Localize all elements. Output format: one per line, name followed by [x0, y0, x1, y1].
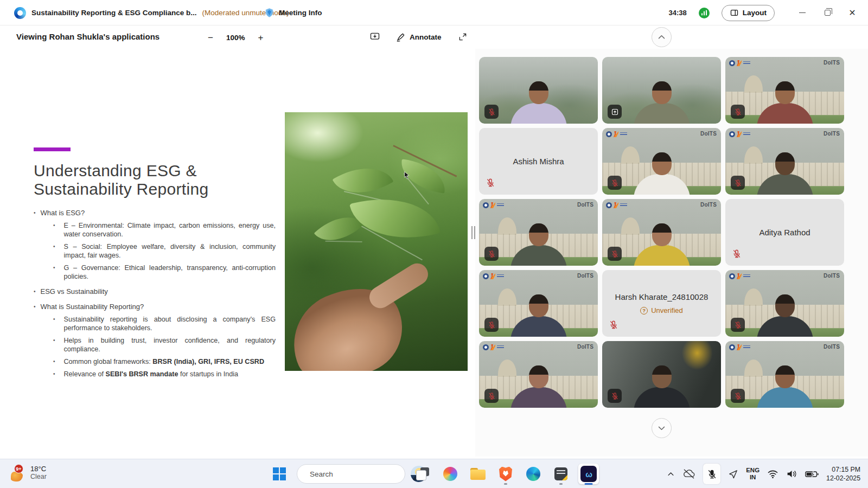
- person-head: [652, 365, 672, 388]
- slide-bullet: •Helps in building trust, investor confi…: [34, 336, 276, 354]
- webex-taskbar-button[interactable]: ω: [578, 464, 599, 484]
- unverified-label: Unverified: [651, 306, 683, 314]
- iit-emblem-icon: [483, 202, 489, 208]
- file-explorer-icon: [470, 468, 486, 480]
- tray-microphone-muted-button[interactable]: [703, 464, 720, 484]
- participant-tile[interactable]: DoITS: [725, 270, 844, 337]
- iit-175-mark-icon: [737, 273, 742, 279]
- start-button[interactable]: [269, 464, 290, 484]
- participant-tile[interactable]: DoITS: [479, 341, 598, 408]
- location-arrow-icon: [728, 469, 738, 479]
- slide-bullet: •E – Environmental: Climate impact, carb…: [34, 221, 276, 239]
- bullet-dot: •: [34, 209, 36, 217]
- close-button[interactable]: ✕: [842, 4, 863, 22]
- brave-icon: [499, 467, 512, 481]
- brave-browser-button[interactable]: [495, 464, 516, 484]
- mic-muted-icon: [734, 321, 742, 329]
- taskbar-search-box[interactable]: [297, 464, 405, 484]
- panel-resize-handle[interactable]: [471, 226, 475, 239]
- participant-tile[interactable]: Harsh Kharate_24810028?Unverified: [602, 270, 721, 337]
- windows-taskbar: 9+ 18°C Clear ω: [0, 459, 868, 488]
- zoom-level-value[interactable]: 100%: [226, 34, 245, 42]
- slide-bullet: •Common global frameworks: BRSR (India),…: [34, 357, 276, 366]
- iit-logo-text-block: [743, 132, 750, 136]
- iit-logo-text-block: [620, 132, 627, 136]
- annotate-button[interactable]: Annotate: [396, 32, 442, 42]
- mic-muted-indicator: [486, 178, 495, 190]
- onedrive-status-button[interactable]: [682, 468, 695, 479]
- copilot-button[interactable]: [440, 464, 461, 484]
- bullet-text: G – Governance: Ethical leadership, tran…: [64, 264, 276, 281]
- connection-quality-icon[interactable]: [699, 8, 710, 18]
- participant-tile[interactable]: DoITS: [602, 199, 721, 266]
- slide-bullet: •What is ESG?: [34, 209, 276, 217]
- bullet-text: S – Social: Employee welfare, diversity …: [64, 242, 276, 260]
- mic-muted-icon: [611, 179, 619, 187]
- volume-button[interactable]: [786, 469, 797, 479]
- participant-tile[interactable]: DoITS: [725, 57, 844, 124]
- battery-button[interactable]: [805, 470, 819, 478]
- participant-tile[interactable]: DoITS: [602, 128, 721, 195]
- participant-tile[interactable]: Aditya Rathod: [725, 199, 844, 266]
- bullet-text: What is Sustainability Reporting?: [41, 303, 276, 311]
- clock-widget[interactable]: 07:15 PM 12-02-2025: [826, 465, 860, 483]
- meeting-info-button[interactable]: Meeting Info: [264, 0, 322, 25]
- bullet-text: Sustainability reporting is about disclo…: [64, 315, 276, 332]
- person-head: [775, 294, 795, 317]
- slide-bullet: •Relevance of SEBI's BRSR mandate for st…: [34, 370, 276, 378]
- iit-emblem-icon: [729, 60, 735, 66]
- weather-widget[interactable]: 9+ 18°C Clear: [11, 463, 47, 485]
- notepad-icon: [554, 467, 567, 480]
- zoom-in-button[interactable]: +: [258, 33, 263, 42]
- expand-icon: [458, 32, 468, 42]
- person-body: [510, 245, 567, 266]
- slide-bullet: •S – Social: Employee welfare, diversity…: [34, 242, 276, 260]
- shared-screen-view-button[interactable]: [369, 31, 381, 43]
- wifi-button[interactable]: [767, 470, 778, 479]
- title-bar: Sustainability Reporting & ESG Complianc…: [0, 0, 868, 25]
- restore-button[interactable]: [817, 4, 838, 22]
- minimize-button[interactable]: [792, 4, 813, 22]
- participant-name: Ashish Mishra: [513, 157, 564, 166]
- task-view-button[interactable]: [412, 464, 433, 484]
- person-head: [529, 81, 548, 104]
- mic-muted-indicator: [484, 389, 499, 403]
- participant-tile[interactable]: DoITS: [725, 128, 844, 195]
- webex-logo-icon: [14, 7, 26, 19]
- notepad-button[interactable]: [551, 464, 571, 484]
- doits-watermark: DoITS: [824, 273, 840, 279]
- cloud-offline-icon: [682, 468, 695, 479]
- active-app-indicator: [585, 483, 593, 485]
- participant-tile[interactable]: [602, 341, 721, 408]
- participant-tile[interactable]: [479, 57, 598, 124]
- tray-overflow-button[interactable]: [667, 470, 675, 478]
- layout-button[interactable]: Layout: [722, 5, 775, 21]
- participant-video-silhouette: [752, 365, 818, 408]
- person-body: [510, 387, 567, 408]
- leaf-shape: [349, 184, 441, 253]
- participant-tile[interactable]: [602, 57, 721, 124]
- language-switcher[interactable]: ENG IN: [746, 467, 760, 481]
- scroll-up-button[interactable]: [652, 27, 672, 47]
- doits-watermark: DoITS: [577, 344, 593, 350]
- zoom-out-button[interactable]: −: [208, 33, 213, 42]
- search-input[interactable]: [310, 470, 406, 478]
- file-explorer-button[interactable]: [468, 464, 488, 484]
- expand-view-button[interactable]: [457, 31, 469, 43]
- participant-tile[interactable]: DoITS: [479, 270, 598, 337]
- mic-muted-icon: [488, 108, 496, 116]
- participant-tile[interactable]: DoITS: [479, 199, 598, 266]
- language-line2: IN: [746, 474, 760, 481]
- annotate-pen-icon: [396, 32, 406, 42]
- mic-muted-icon: [734, 108, 742, 116]
- participant-tile[interactable]: DoITS: [725, 341, 844, 408]
- bullet-dot: •: [53, 242, 55, 260]
- bullet-dot: •: [34, 287, 36, 296]
- location-in-use-button[interactable]: [728, 469, 738, 479]
- shield-icon: [264, 7, 275, 18]
- participant-tile[interactable]: Ashish Mishra: [479, 128, 598, 195]
- finger-shape: [366, 259, 432, 312]
- scroll-down-button[interactable]: [652, 418, 672, 438]
- windows-logo-icon: [273, 467, 286, 480]
- edge-browser-button[interactable]: [523, 464, 544, 484]
